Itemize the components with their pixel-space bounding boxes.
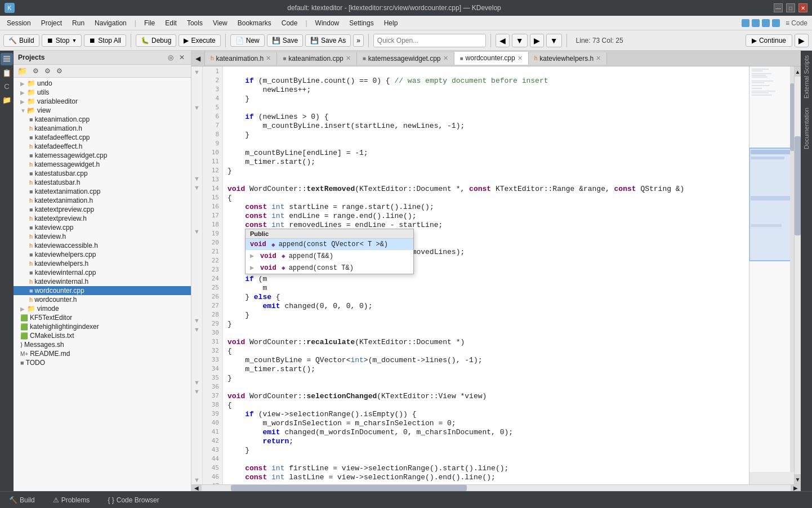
projects-settings-button[interactable]: ⚙ xyxy=(31,66,41,75)
hscrollbar-left[interactable]: ◀ xyxy=(191,485,202,491)
tree-item-wordcounter-cpp[interactable]: ■ wordcounter.cpp xyxy=(14,286,191,295)
fold-arrow-9[interactable]: ▼ xyxy=(191,387,202,396)
sidebar-icon-projects[interactable] xyxy=(1,53,13,65)
fold-vimode-icon[interactable]: ▶ xyxy=(20,306,27,312)
fold-utils-icon[interactable]: ▶ xyxy=(20,90,27,96)
menu-view[interactable]: View xyxy=(208,18,232,28)
tree-item-vimode[interactable]: ▶ 📁 vimode xyxy=(14,304,191,313)
sidebar-icon-filesystem[interactable]: 📁 xyxy=(1,93,13,106)
projects-pin-button[interactable]: ◎ xyxy=(166,53,175,62)
menu-code[interactable]: Code xyxy=(277,18,302,28)
fold-arrow-3[interactable]: ▼ xyxy=(191,174,202,183)
tab-kateanimation-cpp-close[interactable]: ✕ xyxy=(346,55,351,62)
projects-close-button[interactable]: ✕ xyxy=(177,53,186,62)
tree-item-katemessagewidget-h[interactable]: h katemessagewidget.h xyxy=(14,160,191,169)
tab-kateanimation-h-close[interactable]: ✕ xyxy=(266,55,271,62)
sidebar-icon-documents[interactable]: 📋 xyxy=(1,66,13,79)
statusbar-build-button[interactable]: 🔨 Build xyxy=(5,495,39,505)
tree-item-kateview-cpp[interactable]: ■ kateview.cpp xyxy=(14,223,191,232)
tab-kateviewhelpers-h[interactable]: h kateviewhelpers.h ✕ xyxy=(529,52,608,65)
statusbar-problems-button[interactable]: ⚠ Problems xyxy=(48,495,95,505)
projects-new-folder-button[interactable]: 📁 xyxy=(16,66,29,76)
tree-item-katetextpreview-h[interactable]: h katetextpreview.h xyxy=(14,214,191,223)
more-button[interactable]: » xyxy=(353,34,364,47)
fold-arrow-10[interactable]: ▼ xyxy=(191,476,202,485)
close-button[interactable]: ✕ xyxy=(798,3,807,12)
tree-item-variableeditor[interactable]: ▶ 📁 variableeditor xyxy=(14,97,191,106)
tree-item-katetextpreview-cpp[interactable]: ■ katetextpreview.cpp xyxy=(14,205,191,214)
continue-button[interactable]: ▶ Continue xyxy=(746,34,792,47)
code-content[interactable]: if (m_countByLine.count() == 0) { // was… xyxy=(227,68,749,484)
fold-arrow-4[interactable]: ▼ xyxy=(191,183,202,192)
nav-down-button[interactable]: ▼ xyxy=(546,34,562,47)
tree-item-view[interactable]: ▼ 📂 view xyxy=(14,106,191,115)
tree-item-kateview-h[interactable]: h kateview.h xyxy=(14,232,191,241)
tree-item-katetextanimation-cpp[interactable]: ■ katetextanimation.cpp xyxy=(14,187,191,196)
menu-help[interactable]: Help xyxy=(380,18,403,28)
fold-view-icon[interactable]: ▼ xyxy=(20,108,27,114)
tree-item-katestatusbar-h[interactable]: h katestatusbar.h xyxy=(14,178,191,187)
hscrollbar-thumb[interactable] xyxy=(231,485,466,491)
continue-more-button[interactable]: ▶ xyxy=(795,34,809,47)
tab-katemessagewidget-cpp-close[interactable]: ✕ xyxy=(443,55,448,62)
nav-forward-button[interactable]: ▼ xyxy=(512,34,528,47)
tree-item-katemessagewidget-cpp[interactable]: ■ katemessagewidget.cpp xyxy=(14,151,191,160)
tree-item-kateviewinternal-cpp[interactable]: ■ kateviewinternal.cpp xyxy=(14,268,191,277)
fold-arrow-8[interactable]: ▼ xyxy=(191,378,202,387)
tree-item-kateviewinternal-h[interactable]: h kateviewinternal.h xyxy=(14,277,191,286)
menu-edit[interactable]: Edit xyxy=(160,18,181,28)
stop-all-button[interactable]: ⏹ Stop All xyxy=(84,34,126,47)
fold-undo-icon[interactable]: ▶ xyxy=(20,81,27,87)
menu-bookmarks[interactable]: Bookmarks xyxy=(233,18,276,28)
tab-wordcounter-cpp[interactable]: ■ wordcounter.cpp ✕ xyxy=(454,52,529,65)
tree-item-kateviewhelpers-cpp[interactable]: ■ kateviewhelpers.cpp xyxy=(14,250,191,259)
tabs-scroll-left[interactable]: ◀ xyxy=(191,51,205,66)
tree-item-cmakelists-1[interactable]: 🟩 CMakeLists.txt xyxy=(14,331,191,340)
scrollbar-thumb[interactable] xyxy=(795,136,801,236)
tree-item-katetextanimation-h[interactable]: h katetextanimation.h xyxy=(14,196,191,205)
menu-navigation[interactable]: Navigation xyxy=(90,18,131,28)
menu-project[interactable]: Project xyxy=(37,18,66,28)
right-tab-documentation[interactable]: Documentation xyxy=(801,103,811,154)
hscrollbar-right[interactable]: ▶ xyxy=(791,485,801,491)
autocomplete-item-1[interactable]: void ◆ append(const QVector< T >&) xyxy=(246,239,413,250)
fold-arrow-5[interactable]: ▼ xyxy=(191,228,202,237)
menu-settings[interactable]: Settings xyxy=(345,18,378,28)
tree-item-messages-sh[interactable]: ⟩ Messages.sh xyxy=(14,340,191,349)
menu-run[interactable]: Run xyxy=(68,18,89,28)
quick-open-input[interactable] xyxy=(373,34,486,47)
fold-arrow-7[interactable]: ▼ xyxy=(191,325,202,334)
save-button[interactable]: 💾 Save xyxy=(267,34,303,47)
menu-window[interactable]: Window xyxy=(311,18,344,28)
new-button[interactable]: 📄 New xyxy=(230,34,265,47)
autocomplete-item-3[interactable]: ▶ void ◆ append(const T&) xyxy=(246,262,413,274)
code-scroll[interactable]: if (m_countByLine.count() == 0) { // was… xyxy=(223,66,749,484)
statusbar-code-browser-button[interactable]: { } Code Browser xyxy=(103,495,163,505)
projects-settings2-button[interactable]: ⚙ xyxy=(43,66,52,75)
tree-item-utils[interactable]: ▶ 📁 utils xyxy=(14,88,191,97)
autocomplete-item-2[interactable]: ▶ void ◆ append(T&&) xyxy=(246,250,413,262)
sidebar-icon-classes[interactable]: C xyxy=(1,80,13,92)
tree-item-kateviewhelpers-h[interactable]: h kateviewhelpers.h xyxy=(14,259,191,268)
menu-session[interactable]: Session xyxy=(2,18,35,28)
maximize-button[interactable]: □ xyxy=(786,3,795,12)
execute-button[interactable]: ▶ Execute xyxy=(179,34,220,47)
debug-button[interactable]: 🐛 Debug xyxy=(136,34,176,47)
tree-item-katestatusbar-cpp[interactable]: ■ katestatusbar.cpp xyxy=(14,169,191,178)
build-button[interactable]: 🔨 Build xyxy=(3,34,39,47)
stop-button[interactable]: ⏹ Stop ▼ xyxy=(42,34,82,47)
minimap-scrollbar-thumb[interactable] xyxy=(790,83,794,151)
tree-item-kateanimation-cpp[interactable]: ■ kateanimation.cpp xyxy=(14,115,191,124)
scrollbar-down[interactable]: ▼ xyxy=(795,474,801,484)
tab-kateanimation-cpp[interactable]: ■ kateanimation.cpp ✕ xyxy=(277,52,356,65)
tab-kateanimation-h[interactable]: h kateanimation.h ✕ xyxy=(205,52,277,65)
tree-item-kateviewaccessible-h[interactable]: h kateviewaccessible.h xyxy=(14,241,191,250)
fold-arrow-2[interactable]: ▼ xyxy=(191,103,202,112)
tree-item-kateanimation-h[interactable]: h kateanimation.h xyxy=(14,124,191,133)
nav-back-button[interactable]: ◀ xyxy=(496,34,510,47)
tree-item-readme[interactable]: M+ README.md xyxy=(14,349,191,358)
tree-item-katefadeeffect-cpp[interactable]: ■ katefadeeffect.cpp xyxy=(14,133,191,142)
minimize-button[interactable]: — xyxy=(774,3,783,12)
tab-katemessagewidget-cpp[interactable]: ■ katemessagewidget.cpp ✕ xyxy=(357,52,454,65)
fold-arrow-6[interactable]: ▼ xyxy=(191,316,202,325)
